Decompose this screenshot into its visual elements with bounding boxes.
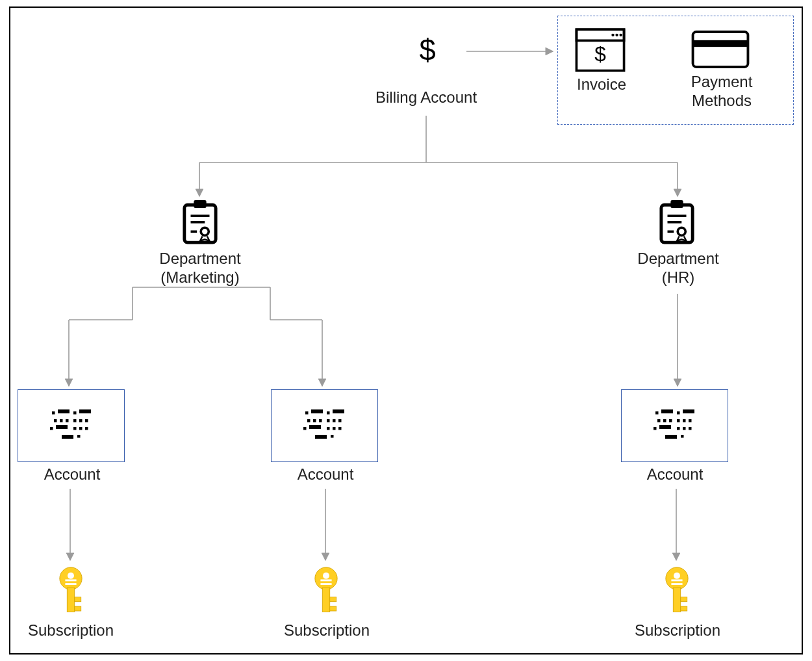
svg-point-20 — [615, 34, 618, 36]
svg-rect-45 — [79, 419, 82, 422]
svg-rect-31 — [661, 205, 692, 242]
svg-rect-37 — [52, 411, 55, 415]
diagram-frame: .conn { stroke:#9b9b9b; stroke-width:1.6… — [9, 6, 803, 655]
svg-rect-32 — [670, 200, 683, 208]
account-icon-1 — [48, 404, 95, 446]
svg-point-96 — [323, 573, 329, 579]
svg-rect-51 — [85, 427, 88, 430]
svg-rect-41 — [54, 419, 57, 422]
svg-rect-80 — [689, 419, 692, 422]
svg-rect-98 — [330, 597, 336, 602]
svg-rect-43 — [66, 419, 69, 422]
svg-rect-58 — [307, 419, 311, 422]
svg-rect-73 — [677, 411, 680, 415]
key-icon-3 — [657, 565, 696, 617]
invoice-icon: $ — [575, 27, 626, 73]
svg-rect-23 — [693, 32, 748, 67]
svg-rect-85 — [689, 427, 692, 430]
svg-rect-44 — [73, 419, 77, 422]
svg-rect-48 — [56, 425, 68, 429]
account-icon-2 — [301, 404, 348, 446]
account-label-3: Account — [639, 465, 711, 484]
svg-text:$: $ — [594, 42, 606, 66]
svg-rect-26 — [194, 200, 206, 208]
department-icon-hr — [658, 200, 696, 246]
svg-rect-64 — [303, 427, 307, 430]
svg-point-21 — [619, 34, 622, 36]
svg-rect-90 — [67, 588, 74, 612]
svg-rect-49 — [73, 427, 77, 430]
svg-rect-24 — [693, 40, 748, 47]
svg-rect-74 — [683, 409, 694, 413]
svg-rect-83 — [677, 427, 680, 430]
payment-methods-label: Payment Methods — [676, 73, 767, 110]
svg-rect-78 — [677, 419, 680, 422]
svg-rect-92 — [75, 606, 81, 611]
svg-rect-66 — [327, 427, 330, 430]
account-label-1: Account — [36, 465, 108, 484]
svg-rect-75 — [657, 419, 661, 422]
svg-rect-59 — [313, 419, 316, 422]
svg-rect-25 — [184, 205, 216, 242]
svg-rect-42 — [60, 419, 63, 422]
svg-rect-67 — [333, 427, 336, 430]
svg-rect-40 — [79, 409, 91, 413]
svg-rect-91 — [75, 597, 81, 602]
subscription-label-3: Subscription — [628, 621, 728, 640]
svg-rect-81 — [653, 427, 657, 430]
svg-point-89 — [68, 573, 74, 579]
key-icon-1 — [51, 565, 90, 617]
svg-rect-77 — [669, 419, 672, 422]
svg-rect-60 — [319, 419, 322, 422]
svg-rect-65 — [309, 425, 321, 429]
svg-rect-70 — [331, 435, 334, 438]
svg-rect-84 — [683, 427, 686, 430]
svg-rect-52 — [62, 435, 73, 439]
svg-rect-105 — [681, 597, 687, 602]
svg-rect-76 — [663, 419, 666, 422]
svg-rect-72 — [661, 409, 673, 413]
svg-rect-99 — [330, 606, 336, 611]
svg-rect-104 — [673, 588, 680, 612]
svg-rect-86 — [665, 435, 677, 439]
svg-rect-61 — [327, 419, 330, 422]
svg-rect-55 — [311, 409, 323, 413]
svg-rect-82 — [659, 425, 671, 429]
svg-rect-54 — [305, 411, 309, 415]
svg-point-103 — [674, 573, 680, 579]
svg-rect-38 — [58, 409, 70, 413]
svg-rect-69 — [315, 435, 327, 439]
svg-rect-97 — [322, 588, 329, 612]
svg-rect-63 — [338, 419, 342, 422]
svg-rect-87 — [681, 435, 684, 438]
billing-account-label: Billing Account — [371, 88, 481, 107]
account-label-2: Account — [290, 465, 361, 484]
subscription-label-2: Subscription — [277, 621, 377, 640]
department-marketing-label: Department (Marketing) — [140, 250, 260, 287]
svg-text:$: $ — [419, 36, 435, 67]
department-hr-label: Department (HR) — [626, 250, 730, 287]
svg-rect-39 — [73, 411, 77, 415]
svg-rect-68 — [338, 427, 342, 430]
svg-rect-53 — [77, 435, 81, 438]
svg-rect-56 — [327, 411, 330, 415]
svg-rect-71 — [655, 411, 659, 415]
invoice-label: Invoice — [569, 75, 634, 94]
payment-methods-icon — [691, 30, 750, 69]
svg-rect-79 — [683, 419, 686, 422]
svg-rect-106 — [681, 606, 687, 611]
subscription-label-1: Subscription — [21, 621, 121, 640]
dollar-icon: $ — [414, 32, 440, 71]
svg-rect-46 — [85, 419, 88, 422]
svg-rect-50 — [79, 427, 82, 430]
department-icon-marketing — [181, 200, 219, 246]
svg-rect-47 — [50, 427, 53, 430]
account-icon-3 — [652, 404, 698, 446]
svg-rect-62 — [333, 419, 336, 422]
svg-rect-57 — [333, 409, 344, 413]
key-icon-2 — [307, 565, 346, 617]
svg-point-19 — [611, 34, 614, 36]
